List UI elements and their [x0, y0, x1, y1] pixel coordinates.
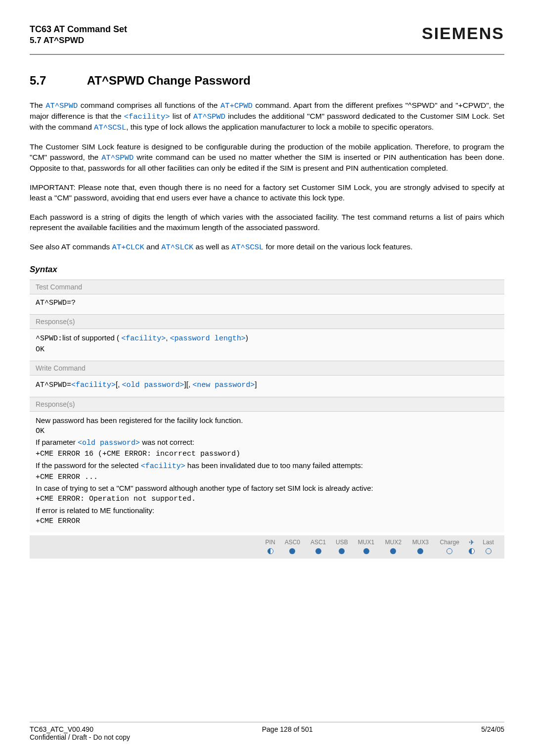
- test-command-body: AT^SPWD=?: [30, 294, 504, 314]
- header-left: TC63 AT Command Set 5.7 AT^SPWD: [30, 24, 127, 46]
- write-cmd: AT^SPWD=<facility>[, <old password>][, <…: [36, 379, 498, 390]
- support-matrix: PIN ASC0 ASC1 USB MUX1 MUX2 MUX3 Charge …: [30, 535, 504, 559]
- cmd-at-cpwd[interactable]: AT+CPWD: [221, 101, 253, 110]
- b2: ][,: [184, 380, 193, 388]
- test-command-label: Test Command: [30, 280, 504, 294]
- paragraph-2: The Customer SIM Lock feature is designe…: [30, 142, 504, 174]
- test-ok: OK: [36, 345, 498, 355]
- param-new-pw[interactable]: <new password>: [192, 381, 255, 389]
- header-rule: [30, 54, 504, 55]
- cmd-at-scsl[interactable]: AT^SCSL: [94, 123, 126, 132]
- val-last: [478, 547, 498, 557]
- dot-full-icon: [315, 548, 321, 554]
- write-l8: If error is related to ME functionality:: [36, 506, 498, 516]
- footer-confidential: Confidential / Draft - Do not copy: [30, 733, 504, 741]
- dot-full-icon: [289, 548, 295, 554]
- param-facility-2[interactable]: <facility>: [121, 334, 166, 343]
- p5-text4: for more detail on the various lock feat…: [264, 242, 413, 251]
- p5-text: See also AT commands: [30, 242, 112, 251]
- support-header-row: PIN ASC0 ASC1 USB MUX1 MUX2 MUX3 Charge …: [261, 537, 498, 547]
- p5-text2: and: [144, 242, 161, 251]
- resp-end: ): [246, 333, 248, 342]
- col-last: Last: [478, 537, 498, 547]
- resp-mid: list of supported (: [62, 333, 121, 342]
- l4a: If the password for the selected: [36, 461, 141, 470]
- param-old-pw-2[interactable]: <old password>: [78, 439, 140, 447]
- write-command-label: Write Command: [30, 361, 504, 376]
- write-l4: If the password for the selected <facili…: [36, 461, 498, 472]
- write-l9: +CME ERROR: [36, 517, 498, 526]
- l2c: was not correct:: [140, 438, 194, 446]
- val-asc0: [279, 547, 305, 557]
- col-asc0: ASC0: [279, 537, 305, 547]
- dot-half-icon: [469, 548, 475, 554]
- write-response-body: New password has been registered for the…: [30, 412, 504, 533]
- write-command-body: AT^SPWD=<facility>[, <old password>][, <…: [30, 376, 504, 396]
- footer-doc-id: TC63_ATC_V00.490: [30, 725, 93, 733]
- l2a: If parameter: [36, 438, 78, 446]
- val-usb: [331, 547, 353, 557]
- footer-page: Page 128 of 501: [262, 725, 313, 733]
- p1-text: The: [30, 101, 45, 109]
- test-response-label: Response(s): [30, 314, 504, 329]
- dot-full-icon: [363, 548, 369, 554]
- airplane-icon: ✈: [469, 538, 475, 546]
- test-response-body: ^SPWD:list of supported ( <facility>, <p…: [30, 329, 504, 361]
- footer-rule: [30, 722, 504, 722]
- write-l3: +CME ERROR 16 (+CME ERROR: incorrect pas…: [36, 449, 498, 459]
- b3: ]: [255, 380, 257, 388]
- test-resp-line: ^SPWD:list of supported ( <facility>, <p…: [36, 333, 498, 344]
- cmd-at-spwd-3[interactable]: AT^SPWD: [101, 153, 134, 162]
- val-charge: [434, 547, 465, 557]
- paragraph-1: The AT^SPWD command comprises all functi…: [30, 100, 504, 133]
- resp-comma: ,: [166, 333, 170, 342]
- dot-full-icon: [390, 548, 396, 554]
- paragraph-4: Each password is a string of digits the …: [30, 212, 504, 233]
- param-old-pw[interactable]: <old password>: [122, 381, 184, 389]
- col-mux3: MUX3: [407, 537, 434, 547]
- param-pwlen[interactable]: <password length>: [170, 334, 246, 343]
- footer-date: 5/24/05: [481, 725, 504, 733]
- param-facility-4[interactable]: <facility>: [141, 462, 185, 471]
- val-asc1: [305, 547, 331, 557]
- param-facility[interactable]: <facility>: [124, 112, 170, 121]
- write-l1: New password has been registered for the…: [36, 416, 498, 425]
- val-air: [465, 547, 479, 557]
- write-response-label: Response(s): [30, 397, 504, 412]
- brand-logo: SIEMENS: [422, 24, 504, 43]
- paragraph-3: IMPORTANT: Please note that, even though…: [30, 183, 504, 203]
- write-l6: In case of trying to set a "CM" password…: [36, 483, 498, 493]
- section-number: 5.7: [30, 74, 84, 88]
- cmd-at-slck[interactable]: AT^SLCK: [161, 243, 193, 252]
- val-mux1: [353, 547, 380, 557]
- col-mux2: MUX2: [380, 537, 407, 547]
- dot-full-icon: [339, 548, 345, 554]
- cmd-at-scsl-2[interactable]: AT^SCSL: [231, 243, 264, 252]
- val-mux3: [407, 547, 434, 557]
- val-pin: [261, 547, 279, 557]
- b1: [,: [116, 380, 122, 388]
- p1-text4: list of: [170, 112, 193, 120]
- col-usb: USB: [331, 537, 353, 547]
- cmd-at-spwd[interactable]: AT^SPWD: [45, 101, 78, 110]
- write-l5: +CME ERROR ...: [36, 472, 498, 482]
- cmd-at-spwd-2[interactable]: AT^SPWD: [193, 112, 225, 121]
- section-heading: 5.7 AT^SPWD Change Password: [30, 74, 504, 88]
- dot-full-icon: [417, 548, 423, 554]
- p1-text6: , this type of lock allows the applicati…: [126, 123, 434, 131]
- write-l7: +CME ERROR: Operation not supported.: [36, 494, 498, 504]
- dot-empty-icon: [446, 548, 452, 554]
- write-cmd-pre: AT^SPWD=: [36, 381, 71, 389]
- support-value-row: [261, 547, 498, 557]
- col-charge: Charge: [434, 537, 465, 547]
- write-l2: If parameter <old password> was not corr…: [36, 437, 498, 448]
- page-footer: TC63_ATC_V00.490 Page 128 of 501 5/24/05: [30, 725, 504, 733]
- col-asc1: ASC1: [305, 537, 331, 547]
- cmd-at-clck[interactable]: AT+CLCK: [112, 243, 144, 252]
- page-header: TC63 AT Command Set 5.7 AT^SPWD SIEMENS: [30, 24, 504, 46]
- p5-text3: as well as: [193, 242, 231, 251]
- dot-half-icon: [267, 548, 273, 554]
- param-facility-3[interactable]: <facility>: [71, 381, 116, 389]
- test-cmd: AT^SPWD=?: [36, 298, 498, 308]
- col-pin: PIN: [261, 537, 279, 547]
